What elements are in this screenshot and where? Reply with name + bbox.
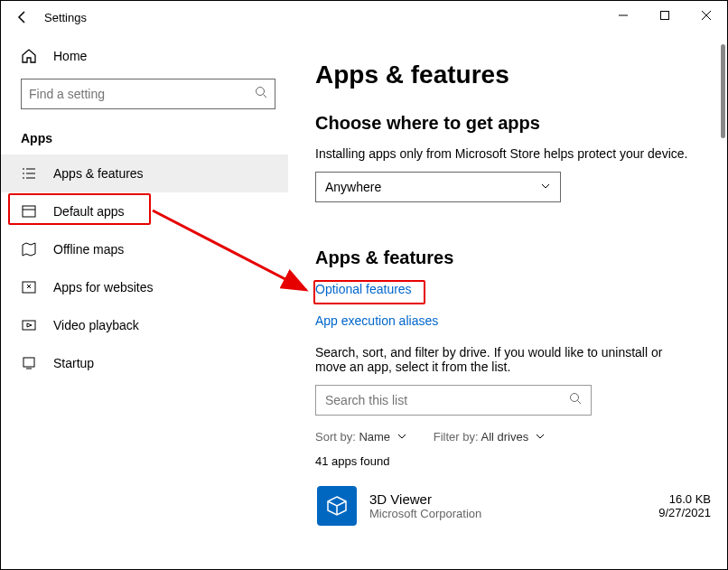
home-icon [21, 48, 37, 64]
page-title: Apps & features [315, 61, 713, 89]
svg-point-4 [257, 88, 265, 96]
filter-by-control[interactable]: Filter by: All drives [434, 430, 545, 444]
app-size: 16.0 KB [658, 492, 711, 506]
svg-rect-18 [23, 358, 34, 367]
svg-line-21 [578, 401, 582, 405]
nav-label: Offline maps [53, 242, 124, 257]
chevron-down-icon [540, 180, 551, 194]
back-button[interactable] [10, 5, 35, 30]
chevron-down-icon [532, 430, 545, 444]
apps-search-input[interactable] [325, 393, 543, 407]
nav-label: Apps & features [53, 166, 144, 181]
app-source-select[interactable]: Anywhere [315, 172, 561, 202]
svg-rect-14 [23, 282, 35, 293]
website-icon [21, 280, 37, 294]
close-button[interactable] [686, 1, 727, 30]
svg-point-20 [571, 394, 579, 402]
select-value: Anywhere [325, 180, 381, 194]
nav-apps-for-websites[interactable]: Apps for websites [1, 268, 288, 306]
startup-icon [21, 356, 37, 370]
optional-features-link[interactable]: Optional features [315, 282, 412, 296]
window-title: Settings [44, 11, 87, 24]
default-apps-icon [21, 204, 37, 219]
sort-label: Sort by: [315, 430, 356, 444]
home-nav[interactable]: Home [1, 41, 288, 71]
choose-heading: Choose where to get apps [315, 113, 713, 134]
svg-line-5 [264, 95, 267, 98]
app-icon [317, 486, 357, 526]
nav-label: Default apps [53, 204, 125, 219]
search-icon [255, 86, 267, 102]
app-date: 9/27/2021 [658, 506, 711, 519]
nav-default-apps[interactable]: Default apps [1, 192, 288, 230]
minimize-button[interactable] [602, 1, 644, 30]
search-icon [569, 392, 582, 408]
nav-video-playback[interactable]: Video playback [1, 306, 288, 344]
section-apps-label: Apps [1, 109, 288, 154]
apps-search[interactable] [315, 385, 592, 416]
chevron-down-icon [394, 430, 406, 444]
app-execution-aliases-link[interactable]: App execution aliases [315, 313, 438, 328]
choose-description: Installing apps only from Microsoft Stor… [315, 146, 713, 161]
home-label: Home [53, 49, 87, 63]
list-description: Search, sort, and filter by drive. If yo… [315, 345, 695, 374]
sort-value: Name [359, 430, 390, 444]
nav-offline-maps[interactable]: Offline maps [1, 230, 288, 268]
map-icon [21, 242, 37, 257]
sidebar-search[interactable] [21, 79, 275, 109]
svg-rect-12 [23, 206, 35, 217]
app-publisher: Microsoft Corporation [369, 507, 646, 520]
video-icon [21, 318, 37, 332]
filter-label: Filter by: [434, 430, 479, 444]
nav-label: Apps for websites [53, 280, 154, 294]
nav-apps-and-features[interactable]: Apps & features [1, 154, 288, 192]
svg-rect-1 [661, 12, 669, 20]
apps-subheading: Apps & features [315, 248, 713, 268]
scrollbar[interactable] [721, 44, 725, 138]
apps-count: 41 apps found [315, 454, 713, 468]
app-name: 3D Viewer [369, 491, 646, 507]
nav-startup[interactable]: Startup [1, 344, 288, 382]
filter-value: All drives [481, 430, 528, 444]
sort-by-control[interactable]: Sort by: Name [315, 430, 406, 444]
sidebar-search-input[interactable] [29, 87, 231, 101]
nav-label: Startup [53, 356, 94, 370]
app-row[interactable]: 3D Viewer Microsoft Corporation 16.0 KB … [315, 481, 713, 531]
nav-label: Video playback [53, 318, 139, 332]
list-icon [21, 166, 37, 181]
svg-rect-17 [23, 321, 35, 330]
maximize-button[interactable] [644, 1, 686, 30]
